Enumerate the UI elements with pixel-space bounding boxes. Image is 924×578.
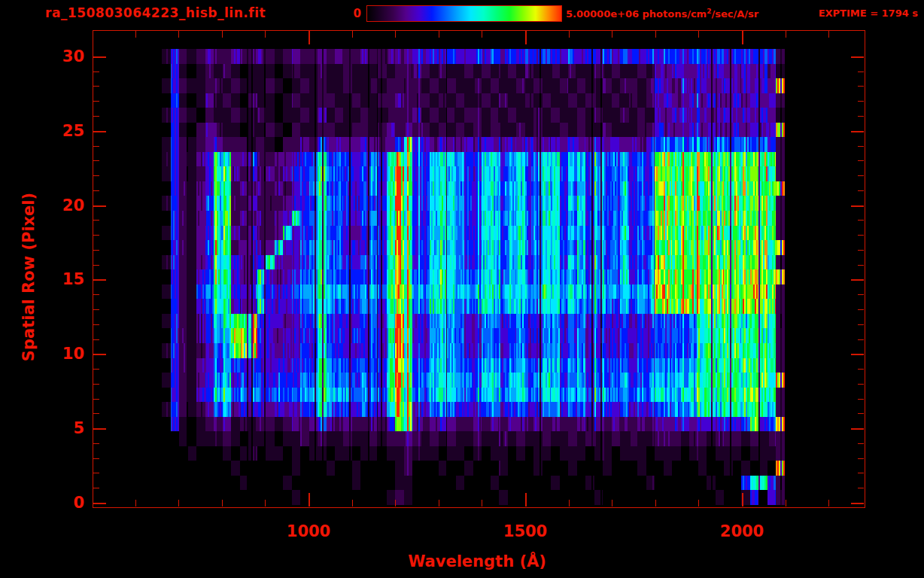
axis-tick <box>786 31 786 38</box>
axis-tick <box>93 443 99 444</box>
axis-tick <box>858 250 864 251</box>
axis-tick <box>93 71 99 72</box>
axis-tick <box>93 86 99 87</box>
axis-tick <box>851 354 864 355</box>
axis-tick <box>93 160 99 161</box>
axis-tick <box>93 458 99 459</box>
axis-tick <box>525 31 527 44</box>
colorbar-min-label: 0 <box>340 7 361 20</box>
axis-tick <box>93 220 99 221</box>
axis-tick <box>858 458 864 459</box>
axis-tick <box>858 473 864 473</box>
axis-tick <box>828 500 829 507</box>
y-axis-title: Spatial Row (Pixel) <box>20 193 38 361</box>
heatmap-image <box>162 49 785 505</box>
axis-tick <box>858 399 864 400</box>
y-tick-label: 0 <box>50 494 84 511</box>
axis-tick <box>222 500 223 507</box>
colorbar-max-label: 5.00000e+06 photons/cm2/sec/A/sr <box>566 8 758 20</box>
axis-tick <box>265 31 266 38</box>
axis-tick <box>93 294 99 295</box>
axis-tick <box>93 190 99 191</box>
axis-tick <box>525 493 527 507</box>
axis-tick <box>93 339 99 340</box>
axis-tick <box>93 235 99 236</box>
axis-tick <box>858 369 864 370</box>
axis-tick <box>93 309 99 310</box>
axis-tick <box>858 324 864 325</box>
axis-tick <box>93 369 99 370</box>
axis-tick <box>858 443 864 444</box>
y-tick-label: 5 <box>50 420 84 437</box>
x-axis-title: Wavelength (Å) <box>408 552 546 570</box>
x-tick-label: 1000 <box>275 522 342 540</box>
axis-tick <box>309 31 310 44</box>
axis-tick <box>93 131 106 132</box>
axis-tick <box>655 500 656 507</box>
axis-tick <box>858 116 864 117</box>
axis-tick <box>93 384 99 385</box>
axis-tick <box>569 500 570 507</box>
axis-tick <box>439 31 439 38</box>
axis-tick <box>93 56 106 58</box>
axis-tick <box>135 500 136 507</box>
axis-tick <box>439 500 439 507</box>
axis-tick <box>742 31 743 44</box>
axis-tick <box>858 86 864 87</box>
axis-tick <box>93 146 99 147</box>
axis-tick <box>858 294 864 295</box>
colorbar-units-suffix: /sec/A/sr <box>711 8 758 20</box>
axis-tick <box>858 413 864 414</box>
axis-tick <box>858 220 864 221</box>
axis-tick <box>265 500 266 507</box>
x-tick-label: 2000 <box>708 522 776 540</box>
axis-tick <box>851 503 864 504</box>
axis-tick <box>309 493 310 507</box>
axis-tick <box>851 279 864 281</box>
axis-tick <box>858 160 864 161</box>
axis-tick <box>569 31 570 38</box>
axis-tick <box>698 500 699 507</box>
axis-tick <box>93 324 99 325</box>
spectral-viewer-window: ra_150803064223_hisb_lin.fit 0 5.00000e+… <box>0 0 924 578</box>
axis-tick <box>93 175 99 176</box>
axis-tick <box>93 265 99 266</box>
axis-tick <box>482 500 482 507</box>
axis-tick <box>93 428 106 430</box>
axis-tick <box>858 101 864 102</box>
axis-tick <box>93 503 106 504</box>
axis-tick <box>858 309 864 310</box>
axis-tick <box>858 146 864 147</box>
axis-tick <box>786 500 786 507</box>
axis-tick <box>698 31 699 38</box>
axis-tick <box>858 384 864 385</box>
exptime-label: EXPTIME = 1794 s <box>819 8 918 19</box>
axis-tick <box>851 56 864 58</box>
axis-tick <box>178 500 179 507</box>
axis-tick <box>395 31 396 38</box>
y-tick-label: 15 <box>50 271 84 287</box>
axis-tick <box>612 500 612 507</box>
colorbar-gradient <box>366 5 562 22</box>
axis-tick <box>858 190 864 191</box>
axis-tick <box>93 473 99 473</box>
axis-tick <box>742 493 743 507</box>
colorbar-units-prefix: 5.00000e+06 photons/cm <box>566 8 707 20</box>
axis-tick <box>222 31 223 38</box>
axis-tick <box>93 279 106 281</box>
axis-tick <box>851 428 864 430</box>
axis-tick <box>858 265 864 266</box>
file-title: ra_150803064223_hisb_lin.fit <box>45 5 266 20</box>
y-tick-label: 10 <box>50 345 84 362</box>
x-tick-label: 1500 <box>491 522 559 540</box>
axis-tick <box>93 399 99 400</box>
axis-tick <box>858 488 864 488</box>
axis-tick <box>851 131 864 132</box>
axis-tick <box>858 235 864 236</box>
axis-tick <box>858 71 864 72</box>
axis-tick <box>395 500 396 507</box>
axis-tick <box>178 31 179 38</box>
axis-tick <box>93 488 99 488</box>
y-tick-label: 20 <box>50 197 84 214</box>
axis-tick <box>352 500 353 507</box>
